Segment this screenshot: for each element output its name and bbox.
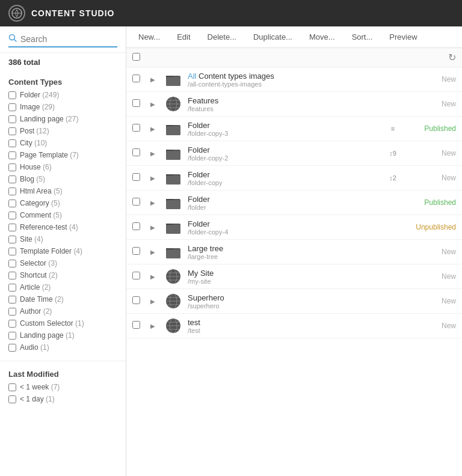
row-checkbox[interactable] — [132, 272, 150, 281]
filter-item[interactable]: Category (5) — [0, 197, 126, 209]
row-checkbox[interactable] — [132, 99, 150, 109]
table-row[interactable]: ▶ Folder /folder Published — [126, 191, 462, 215]
filter-checkbox[interactable] — [8, 163, 16, 171]
row-checkbox[interactable] — [132, 321, 150, 331]
row-expander[interactable]: ▶ — [150, 200, 162, 206]
row-expander[interactable]: ▶ — [150, 101, 162, 108]
filter-checkbox[interactable] — [8, 344, 16, 352]
filter-checkbox[interactable] — [8, 188, 16, 195]
filter-item[interactable]: Article (2) — [0, 281, 126, 293]
filter-checkbox[interactable] — [8, 260, 16, 267]
filter-label: Category (5) — [20, 199, 60, 207]
svg-rect-16 — [166, 175, 180, 185]
row-checkbox[interactable] — [132, 222, 150, 232]
filter-item[interactable]: Landing page (1) — [0, 329, 126, 341]
filter-checkbox[interactable] — [8, 151, 16, 159]
filter-checkbox[interactable] — [8, 320, 16, 328]
filter-item[interactable]: Selector (3) — [0, 257, 126, 269]
toolbar-sort----button[interactable]: Sort... — [350, 31, 375, 43]
filter-item[interactable]: Date Time (2) — [0, 293, 126, 305]
filter-item[interactable]: City (10) — [0, 137, 126, 149]
filter-checkbox[interactable] — [8, 248, 16, 255]
svg-rect-12 — [166, 126, 180, 135]
row-expander[interactable]: ▶ — [150, 126, 162, 132]
last-modified-checkbox[interactable] — [8, 395, 16, 403]
filter-item[interactable]: Html Area (5) — [0, 185, 126, 197]
filter-item[interactable]: House (6) — [0, 161, 126, 173]
last-modified-checkbox[interactable] — [8, 383, 16, 391]
row-expander[interactable]: ▶ — [150, 76, 162, 83]
row-checkbox[interactable] — [132, 247, 150, 257]
svg-line-3 — [14, 40, 17, 42]
filter-item[interactable]: Audio (1) — [0, 341, 126, 353]
table-row[interactable]: ▶ Folder /folder-copy-4 Unpublished — [126, 215, 462, 240]
table-row[interactable]: ▶ Superhero /superhero New — [126, 289, 462, 314]
row-checkbox[interactable] — [132, 124, 150, 133]
filter-item[interactable]: Blog (5) — [0, 173, 126, 185]
row-name: Large tree — [188, 244, 384, 253]
filter-item[interactable]: Template Folder (4) — [0, 245, 126, 257]
filter-checkbox[interactable] — [8, 212, 16, 219]
select-all-checkbox[interactable] — [132, 53, 150, 63]
filter-item[interactable]: Post (12) — [0, 125, 126, 137]
filter-item[interactable]: Site (4) — [0, 233, 126, 245]
table-row[interactable]: ▶ My Site /my-site New — [126, 264, 462, 289]
filter-checkbox[interactable] — [8, 284, 16, 291]
filter-checkbox[interactable] — [8, 308, 16, 316]
refresh-button[interactable]: ↻ — [448, 52, 456, 63]
filter-item[interactable]: Custom Selector (1) — [0, 317, 126, 329]
filter-item[interactable]: Page Template (7) — [0, 149, 126, 161]
filter-checkbox[interactable] — [8, 139, 16, 147]
last-modified-item[interactable]: < 1 week (7) — [0, 381, 126, 393]
table-row[interactable]: ▶ Folder /folder-copy-3 ≡ Published — [126, 117, 462, 141]
row-expander[interactable]: ▶ — [150, 175, 162, 182]
filter-checkbox[interactable] — [8, 332, 16, 340]
filter-checkbox[interactable] — [8, 224, 16, 231]
filter-checkbox[interactable] — [8, 175, 16, 183]
table-row[interactable]: ▶ All Content types images /all-content-… — [126, 67, 462, 92]
row-checkbox[interactable] — [132, 173, 150, 183]
filter-checkbox[interactable] — [8, 272, 16, 279]
table-row[interactable]: ▶ test /test New — [126, 314, 462, 338]
row-checkbox[interactable] — [132, 75, 150, 84]
filter-item[interactable]: Shortcut (2) — [0, 269, 126, 281]
table-row[interactable]: ▶ Features /features New — [126, 92, 462, 117]
filter-item[interactable]: Author (2) — [0, 305, 126, 317]
toolbar-new----button[interactable]: New... — [136, 31, 162, 43]
filter-checkbox[interactable] — [8, 115, 16, 123]
toolbar-duplicate----button[interactable]: Duplicate... — [251, 31, 295, 43]
filter-checkbox[interactable] — [8, 103, 16, 111]
filter-checkbox[interactable] — [8, 200, 16, 207]
filter-item[interactable]: Comment (5) — [0, 209, 126, 221]
search-input[interactable] — [20, 34, 117, 44]
filter-item[interactable]: Image (29) — [0, 101, 126, 113]
filter-checkbox[interactable] — [8, 127, 16, 135]
row-expander[interactable]: ▶ — [150, 273, 162, 280]
search-wrapper[interactable] — [8, 34, 117, 47]
toolbar-preview-button[interactable]: Preview — [387, 31, 419, 43]
filter-checkbox[interactable] — [8, 236, 16, 243]
row-checkbox[interactable] — [132, 148, 150, 158]
toolbar-edit-button[interactable]: Edit — [174, 31, 192, 43]
row-checkbox[interactable] — [132, 198, 150, 207]
filter-checkbox[interactable] — [8, 296, 16, 304]
row-expander[interactable]: ▶ — [150, 298, 162, 305]
row-status: New — [402, 100, 456, 108]
row-expander[interactable]: ▶ — [150, 224, 162, 231]
filter-item[interactable]: Reference-test (4) — [0, 221, 126, 233]
table-row[interactable]: ▶ Folder /folder-copy-2 ↕9 New — [126, 141, 462, 166]
content-types-title: Content Types — [0, 72, 126, 89]
row-name: Folder — [188, 121, 384, 130]
filter-item[interactable]: Landing page (27) — [0, 113, 126, 125]
toolbar-delete----button[interactable]: Delete... — [205, 31, 239, 43]
filter-item[interactable]: Folder (249) — [0, 89, 126, 101]
table-row[interactable]: ▶ Large tree /large-tree New — [126, 240, 462, 264]
row-expander[interactable]: ▶ — [150, 249, 162, 255]
toolbar-move----button[interactable]: Move... — [307, 31, 337, 43]
row-checkbox[interactable] — [132, 296, 150, 306]
row-expander[interactable]: ▶ — [150, 323, 162, 329]
table-row[interactable]: ▶ Folder /folder-copy ↕2 New — [126, 166, 462, 191]
last-modified-item[interactable]: < 1 day (1) — [0, 393, 126, 405]
filter-checkbox[interactable] — [8, 91, 16, 99]
row-expander[interactable]: ▶ — [150, 150, 162, 157]
